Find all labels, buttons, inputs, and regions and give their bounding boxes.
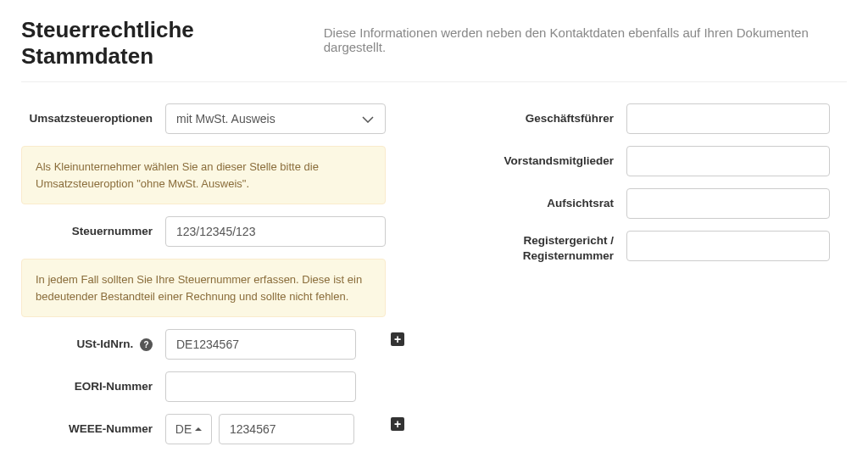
registry-row: Registergericht / Registernummer <box>491 231 830 263</box>
supervisory-row: Aufsichtsrat <box>491 188 830 219</box>
board-input[interactable] <box>626 146 830 176</box>
weee-label: WEEE-Nummer <box>21 421 165 437</box>
registry-input[interactable] <box>626 231 830 261</box>
tax-number-row: Steuernummer <box>21 216 386 247</box>
eori-input[interactable] <box>165 371 356 402</box>
page-title: Steuerrechtliche Stammdaten <box>21 17 317 70</box>
weee-row: WEEE-Nummer DE + <box>21 414 386 444</box>
tax-number-label: Steuernummer <box>21 224 165 239</box>
vat-id-label: USt-IdNrn. ? <box>21 337 165 352</box>
board-label: Vorstandsmitglieder <box>491 153 626 169</box>
vat-options-label: Umsatzsteueroptionen <box>21 111 165 126</box>
ceo-row: Geschäftsführer <box>491 103 830 134</box>
vat-options-select[interactable] <box>165 103 386 134</box>
eori-label: EORI-Nummer <box>21 379 165 394</box>
tax-number-input[interactable] <box>165 216 386 247</box>
vat-info-box: Als Kleinunternehmer wählen Sie an diese… <box>21 146 386 204</box>
supervisory-label: Aufsichtsrat <box>491 196 626 211</box>
vat-options-row: Umsatzsteueroptionen <box>21 103 386 134</box>
registry-label: Registergericht / Registernummer <box>491 231 626 263</box>
supervisory-input[interactable] <box>626 188 830 219</box>
ceo-label: Geschäftsführer <box>491 111 626 126</box>
page-header: Steuerrechtliche Stammdaten Diese Inform… <box>21 17 847 82</box>
weee-country-select[interactable]: DE <box>165 414 212 444</box>
tax-number-info-box: In jedem Fall sollten Sie Ihre Steuernum… <box>21 259 386 317</box>
ceo-input[interactable] <box>626 103 830 134</box>
help-icon[interactable]: ? <box>140 338 153 351</box>
eori-row: EORI-Nummer <box>21 371 386 402</box>
vat-id-input[interactable] <box>165 329 356 360</box>
add-vat-id-button[interactable]: + <box>391 332 404 346</box>
caret-up-icon <box>195 427 202 431</box>
page-subtitle: Diese Informationen werden neben den Kon… <box>324 25 847 54</box>
weee-number-input[interactable] <box>219 414 354 444</box>
board-row: Vorstandsmitglieder <box>491 146 830 176</box>
add-weee-button[interactable]: + <box>391 417 404 431</box>
vat-id-row: USt-IdNrn. ? + <box>21 329 386 360</box>
